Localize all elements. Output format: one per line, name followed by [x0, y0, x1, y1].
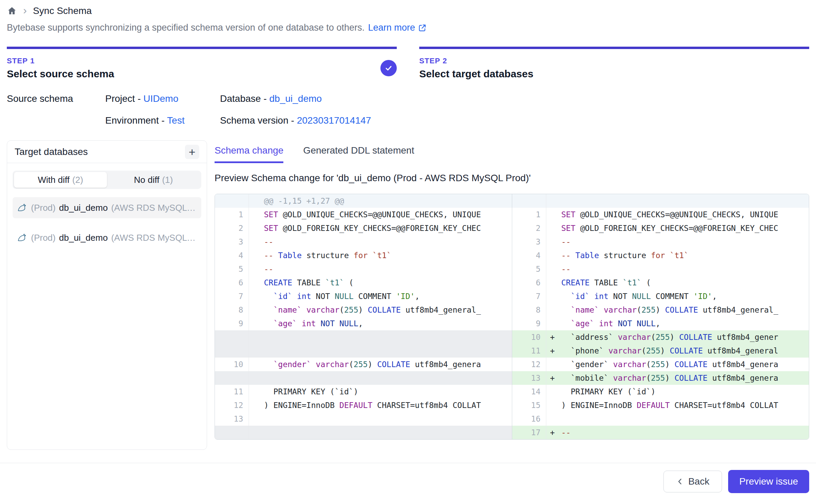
db-env: (Prod)	[31, 233, 56, 243]
footer-actions: Back Preview issue	[0, 463, 816, 493]
tab-with-diff[interactable]: With diff (2)	[14, 172, 107, 188]
step-indicator: STEP 1 Select source schema STEP 2 Selec…	[7, 47, 809, 80]
step-2-label: STEP 2	[419, 57, 533, 65]
line-number: 2	[512, 221, 546, 235]
line-number: 5	[215, 262, 249, 276]
code-line: SET @OLD_FOREIGN_KEY_CHECKS=@@FOREIGN_KE…	[559, 221, 809, 235]
diff-marker	[546, 317, 559, 330]
code-line: --	[559, 262, 809, 276]
code-line: `address` varchar(255) COLLATE utf8mb4_g…	[559, 330, 809, 344]
list-item-db-1[interactable]: (Prod) db_ui_demo (AWS RDS MySQL Prod)	[13, 197, 201, 218]
list-item-db-2[interactable]: (Prod) db_ui_demo (AWS RDS MySQL Prod)	[13, 227, 201, 248]
tab-schema-change[interactable]: Schema change	[215, 145, 283, 163]
diff-marker	[546, 385, 559, 398]
line-number: 8	[215, 303, 249, 317]
back-button[interactable]: Back	[663, 471, 722, 492]
preview-title: Preview Schema change for 'db_ui_demo (P…	[215, 173, 809, 184]
line-number: 9	[512, 317, 546, 330]
diff-row: 8 `name` varchar(255) COLLATE utf8mb4_ge…	[215, 303, 512, 317]
preview-tabs: Schema change Generated DDL statement	[215, 145, 809, 163]
environment-field: Environment - Test	[105, 115, 220, 126]
code-line: `name` varchar(255) COLLATE utf8mb4_gene…	[261, 303, 512, 317]
line-number: 10	[512, 330, 546, 344]
diff-marker	[546, 412, 559, 426]
line-number: 8	[512, 303, 546, 317]
project-link[interactable]: UIDemo	[143, 93, 178, 104]
diff-marker	[546, 221, 559, 235]
tab-generated-ddl[interactable]: Generated DDL statement	[303, 145, 414, 163]
diff-row: 4-- Table structure for `t1`	[215, 249, 512, 262]
code-line: -- Table structure for `t1`	[559, 249, 809, 262]
schema-diff-viewer[interactable]: @@ -1,15 +1,27 @@1SET @OLD_UNIQUE_CHECKS…	[215, 194, 809, 440]
line-number: 15	[512, 398, 546, 412]
schema-version-link[interactable]: 20230317014147	[297, 115, 371, 126]
step-1: STEP 1 Select source schema	[7, 47, 397, 80]
diff-row: 3--	[512, 235, 809, 249]
line-number: 2	[215, 221, 249, 235]
diff-row: 12 `gender` varchar(255) COLLATE utf8mb4…	[512, 358, 809, 371]
diff-row: 5--	[512, 262, 809, 276]
code-line: --	[261, 262, 512, 276]
step-1-label: STEP 1	[7, 57, 114, 65]
step-complete-check-icon	[380, 60, 397, 76]
code-line: `id` int NOT NULL COMMENT 'ID',	[559, 289, 809, 303]
code-line: @@ -1,15 +1,27 @@	[261, 194, 512, 208]
diff-marker	[249, 398, 261, 412]
preview-issue-button[interactable]: Preview issue	[728, 470, 809, 493]
diff-row: 7 `id` int NOT NULL COMMENT 'ID',	[512, 289, 809, 303]
mysql-icon	[17, 232, 28, 243]
line-number: 6	[512, 276, 546, 289]
line-number	[215, 194, 249, 208]
line-number	[215, 426, 249, 439]
line-number: 17	[512, 426, 546, 439]
line-number: 13	[215, 412, 249, 426]
line-number: 12	[512, 358, 546, 371]
source-schema-label: Source schema	[7, 93, 105, 104]
code-line	[261, 371, 512, 385]
diff-row: 2SET @OLD_FOREIGN_KEY_CHECKS=@@FOREIGN_K…	[512, 221, 809, 235]
code-line: `gender` varchar(255) COLLATE utf8mb4_ge…	[261, 358, 512, 371]
db-instance: (AWS RDS MySQL Prod)	[111, 203, 195, 213]
diff-marker	[546, 249, 559, 262]
diff-filter-tabs: With diff (2) No diff (1)	[13, 171, 201, 189]
tab-no-diff[interactable]: No diff (1)	[107, 172, 200, 188]
diff-row: 1SET @OLD_UNIQUE_CHECKS=@@UNIQUE_CHECKS,…	[215, 208, 512, 221]
page-title: Sync Schema	[33, 5, 92, 16]
line-number: 1	[512, 208, 546, 221]
diff-row	[215, 344, 512, 358]
chevron-right-icon: ›	[23, 5, 27, 16]
database-link[interactable]: db_ui_demo	[269, 93, 322, 104]
code-line: PRIMARY KEY (`id`)	[261, 385, 512, 398]
line-number: 4	[215, 249, 249, 262]
line-number: 13	[512, 371, 546, 385]
code-line: CREATE TABLE `t1` (	[559, 276, 809, 289]
diff-row: 9 `age` int NOT NULL,	[512, 317, 809, 330]
environment-link[interactable]: Test	[167, 115, 185, 126]
database-field: Database - db_ui_demo	[220, 93, 809, 104]
line-number: 1	[215, 208, 249, 221]
diff-row: 3--	[215, 235, 512, 249]
add-target-database-button[interactable]: +	[185, 145, 199, 159]
line-number: 12	[215, 398, 249, 412]
diff-row	[215, 371, 512, 385]
line-number	[215, 371, 249, 385]
line-number: 7	[512, 289, 546, 303]
diff-row: 5--	[215, 262, 512, 276]
diff-row: 11 PRIMARY KEY (`id`)	[215, 385, 512, 398]
diff-marker	[249, 385, 261, 398]
line-number: 16	[512, 412, 546, 426]
no-diff-count: (1)	[162, 175, 173, 185]
home-icon[interactable]	[7, 6, 17, 16]
sync-schema-page: › Sync Schema Bytebase supports synchron…	[0, 0, 816, 504]
line-number	[215, 330, 249, 344]
diff-marker	[249, 344, 261, 358]
learn-more-link[interactable]: Learn more	[368, 22, 427, 33]
code-line: `age` int NOT NULL,	[261, 317, 512, 330]
diff-row: 14 PRIMARY KEY (`id`)	[512, 385, 809, 398]
diff-marker	[249, 249, 261, 262]
diff-row: 6CREATE TABLE `t1` (	[512, 276, 809, 289]
code-line: `mobile` varchar(255) COLLATE utf8mb4_ge…	[559, 371, 809, 385]
diff-marker	[546, 358, 559, 371]
diff-row: 4-- Table structure for `t1`	[512, 249, 809, 262]
code-line: CREATE TABLE `t1` (	[261, 276, 512, 289]
